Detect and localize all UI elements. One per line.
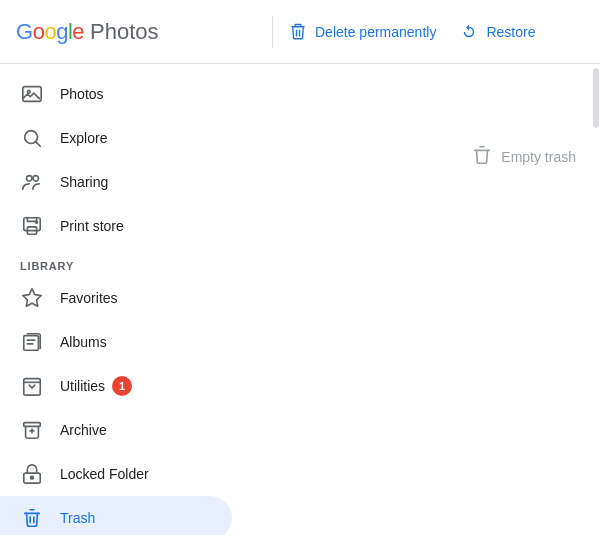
header-divider (272, 16, 273, 48)
favorites-label: Favorites (60, 290, 118, 306)
archive-label: Archive (60, 422, 107, 438)
content-area: Empty trash (240, 64, 600, 535)
sidebar: Photos Explore Sharing (0, 64, 240, 535)
delete-icon (289, 23, 307, 41)
svg-line-6 (36, 142, 40, 146)
sidebar-item-archive[interactable]: Archive (0, 408, 232, 452)
empty-trash-button[interactable]: Empty trash (471, 144, 576, 169)
svg-point-8 (33, 176, 38, 182)
restore-button[interactable]: Restore (460, 23, 535, 41)
locked-folder-label: Locked Folder (60, 466, 149, 482)
print-store-label: Print store (60, 218, 124, 234)
albums-label: Albums (60, 334, 107, 350)
scrollbar-track[interactable] (592, 64, 600, 535)
sidebar-item-trash[interactable]: Trash (0, 496, 232, 535)
locked-folder-icon (20, 462, 44, 486)
sidebar-item-albums[interactable]: Albums (0, 320, 232, 364)
logo-area: Google Photos (16, 19, 256, 45)
trash-label: Trash (60, 510, 95, 526)
sharing-label: Sharing (60, 174, 108, 190)
restore-icon (460, 23, 478, 41)
explore-label: Explore (60, 130, 107, 146)
sidebar-item-photos[interactable]: Photos (0, 72, 232, 116)
svg-rect-9 (24, 218, 41, 231)
photos-label: Photos (60, 86, 104, 102)
svg-point-11 (36, 221, 38, 223)
print-store-icon (20, 214, 44, 238)
header: Google Photos Delete permanently (0, 0, 600, 64)
sidebar-item-utilities[interactable]: Utilities 1 (0, 364, 232, 408)
explore-icon (20, 126, 44, 150)
library-section-label: LIBRARY (0, 248, 240, 276)
svg-point-22 (31, 476, 34, 479)
svg-point-7 (27, 176, 33, 182)
main-layout: Photos Explore Sharing (0, 64, 600, 535)
empty-trash-icon (471, 144, 493, 169)
utilities-icon (20, 374, 44, 398)
svg-point-4 (27, 90, 30, 93)
sidebar-item-locked-folder[interactable]: Locked Folder (0, 452, 232, 496)
utilities-badge: 1 (112, 376, 132, 396)
delete-permanently-label: Delete permanently (315, 24, 436, 40)
delete-permanently-button[interactable]: Delete permanently (289, 23, 436, 41)
sidebar-item-print-store[interactable]: Print store (0, 204, 232, 248)
sidebar-item-sharing[interactable]: Sharing (0, 160, 232, 204)
svg-marker-12 (23, 289, 41, 306)
sharing-icon (20, 170, 44, 194)
sidebar-item-favorites[interactable]: Favorites (0, 276, 232, 320)
albums-icon (20, 330, 44, 354)
scrollbar-thumb (593, 68, 599, 128)
google-wordmark: Google (16, 19, 84, 45)
svg-rect-13 (24, 336, 39, 351)
utilities-label: Utilities (60, 378, 105, 394)
app-title: Photos (90, 19, 159, 45)
favorites-icon (20, 286, 44, 310)
photos-icon (20, 82, 44, 106)
header-actions: Delete permanently Restore (289, 23, 535, 41)
trash-icon (20, 506, 44, 530)
restore-label: Restore (486, 24, 535, 40)
svg-rect-18 (24, 423, 41, 427)
empty-trash-label: Empty trash (501, 149, 576, 165)
archive-icon (20, 418, 44, 442)
sidebar-item-explore[interactable]: Explore (0, 116, 232, 160)
